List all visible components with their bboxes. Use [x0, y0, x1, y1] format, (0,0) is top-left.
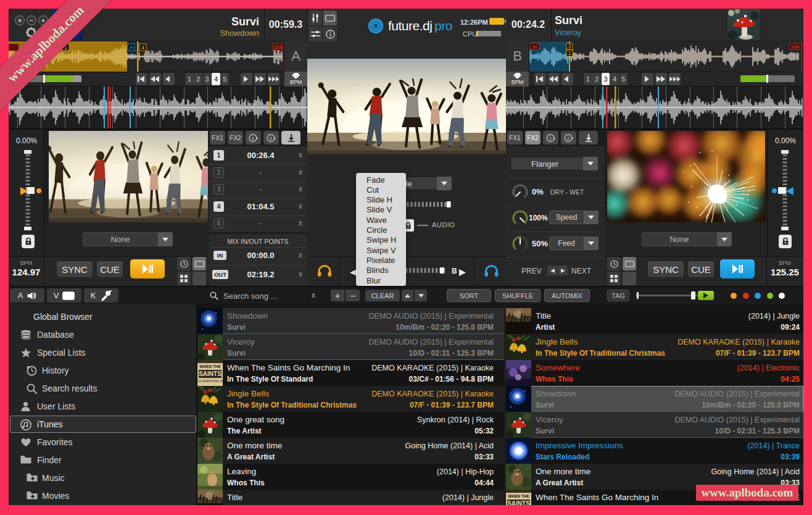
svg-text:4: 4 — [141, 44, 144, 51]
svg-text:WHEN THE: WHEN THE — [508, 494, 529, 498]
svg-text:GO MARCHING IN: GO MARCHING IN — [197, 379, 223, 383]
svg-text:In: In — [532, 44, 537, 49]
svg-text:1: 1 — [252, 135, 255, 141]
svg-text:Out: Out — [274, 44, 283, 50]
svg-text:2: 2 — [270, 135, 273, 141]
svg-text:>: > — [130, 44, 133, 51]
svg-text:3: 3 — [568, 43, 571, 49]
svg-text:1: 1 — [549, 135, 552, 141]
svg-text:SAINTS: SAINTS — [199, 371, 222, 377]
svg-text:2: 2 — [567, 135, 570, 141]
svg-text:1: 1 — [568, 50, 571, 56]
svg-text:Out: Out — [792, 44, 800, 49]
svg-text:WHEN THE: WHEN THE — [199, 364, 221, 369]
